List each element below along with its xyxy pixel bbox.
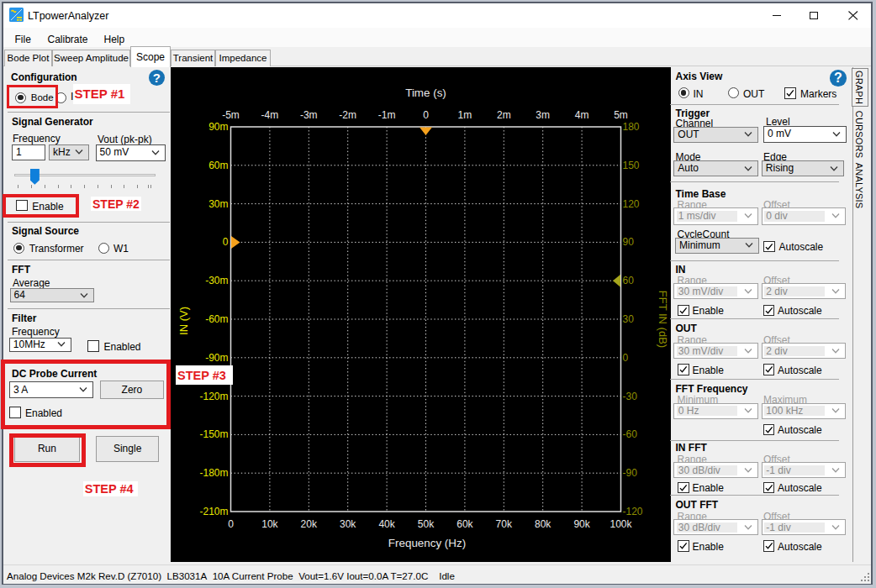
svg-text:5m: 5m — [614, 109, 628, 121]
svg-text:-120m: -120m — [199, 391, 228, 402]
svg-text:50k: 50k — [418, 518, 435, 530]
svg-text:60k: 60k — [456, 518, 473, 530]
svg-text:90: 90 — [623, 236, 635, 248]
svg-text:60m: 60m — [208, 160, 228, 171]
svg-text:100k: 100k — [610, 518, 632, 530]
svg-text:-3m: -3m — [300, 109, 318, 121]
svg-text:-1m: -1m — [378, 109, 396, 121]
svg-text:IN (V): IN (V) — [177, 307, 190, 335]
svg-text:-60m: -60m — [205, 313, 228, 325]
svg-text:2m: 2m — [497, 109, 511, 121]
svg-text:-30: -30 — [623, 391, 638, 402]
svg-text:-210m: -210m — [199, 506, 228, 517]
svg-text:0: 0 — [228, 518, 234, 530]
svg-text:120: 120 — [623, 198, 640, 210]
svg-text:30m: 30m — [208, 198, 228, 210]
svg-text:70k: 70k — [496, 518, 513, 530]
svg-text:-4m: -4m — [261, 109, 279, 121]
svg-text:-90m: -90m — [205, 352, 228, 364]
svg-text:3m: 3m — [536, 109, 550, 121]
svg-text:0: 0 — [623, 352, 629, 364]
svg-text:-60: -60 — [623, 428, 638, 440]
svg-text:-30m: -30m — [205, 275, 228, 286]
svg-text:40k: 40k — [378, 518, 395, 530]
svg-text:-150m: -150m — [199, 428, 228, 440]
svg-text:0: 0 — [423, 109, 429, 121]
svg-text:0: 0 — [223, 236, 229, 248]
svg-text:-5m: -5m — [222, 109, 240, 121]
svg-text:4m: 4m — [575, 109, 589, 121]
svg-text:80k: 80k — [535, 518, 551, 530]
svg-text:20k: 20k — [301, 518, 318, 530]
svg-text:30k: 30k — [340, 518, 356, 530]
svg-text:-180m: -180m — [199, 467, 228, 479]
svg-text:90m: 90m — [208, 121, 228, 133]
svg-text:60: 60 — [623, 275, 635, 286]
svg-text:10k: 10k — [261, 518, 278, 530]
svg-text:Time (s): Time (s) — [405, 87, 446, 99]
svg-text:FFT IN (dB): FFT IN (dB) — [657, 291, 669, 348]
svg-text:-2m: -2m — [339, 109, 356, 121]
svg-text:-90: -90 — [623, 467, 638, 479]
svg-text:90k: 90k — [573, 518, 590, 530]
svg-text:150: 150 — [623, 160, 640, 171]
svg-text:-120: -120 — [623, 506, 643, 517]
svg-text:180: 180 — [623, 121, 640, 133]
svg-text:Frequency (Hz): Frequency (Hz) — [388, 537, 466, 549]
svg-text:30: 30 — [623, 313, 635, 325]
svg-text:1m: 1m — [458, 109, 472, 121]
